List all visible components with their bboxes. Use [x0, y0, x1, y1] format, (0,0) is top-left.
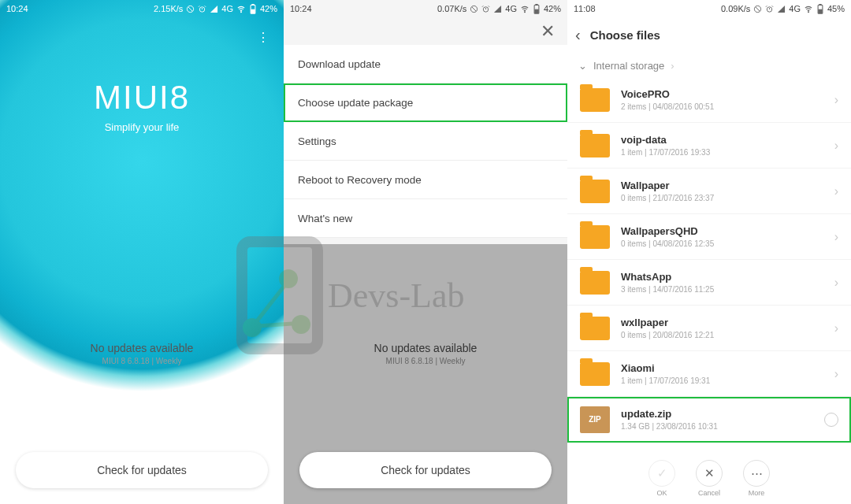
zip-icon: ZIP: [580, 406, 610, 433]
menu-reboot-recovery[interactable]: Reboot to Recovery mode: [284, 161, 567, 199]
svg-line-24: [766, 6, 767, 6]
menu-item-label: What's new: [298, 213, 352, 224]
file-meta: 3 items | 14/07/2016 11:25: [621, 285, 823, 294]
file-picker-header: ‹ Choose files: [567, 17, 851, 52]
menu-list: Download update Choose update package Se…: [284, 45, 567, 238]
svg-point-22: [767, 6, 772, 11]
statusbar: 10:24 0.07K/s 4G 42%: [284, 0, 567, 17]
check-updates-button[interactable]: Check for updates: [299, 452, 552, 488]
menu-item-label: Settings: [298, 135, 336, 147]
clock: 11:08: [574, 4, 596, 13]
chevron-right-icon: ›: [834, 230, 838, 244]
folder-icon: [580, 271, 610, 295]
file-list[interactable]: VoicePRO2 items | 04/08/2016 00:51 › voi…: [567, 77, 851, 449]
file-name: WhatsApp: [621, 271, 823, 283]
file-meta: 0 items | 04/08/2016 12:35: [621, 239, 823, 248]
radio-unselected[interactable]: [824, 413, 838, 427]
check-updates-button[interactable]: Check for updates: [16, 452, 268, 488]
folder-row[interactable]: WhatsApp3 items | 14/07/2016 11:25 ›: [567, 260, 851, 306]
file-meta: 0 items | 21/07/2016 23:37: [621, 194, 823, 202]
svg-point-6: [241, 11, 242, 12]
chevron-right-icon: ›: [834, 139, 838, 153]
svg-rect-8: [252, 4, 254, 5]
folder-row[interactable]: Xiaomi1 item | 17/07/2016 19:31 ›: [567, 351, 851, 397]
menu-topbar: ✕: [284, 17, 567, 45]
action-label: Cancel: [698, 489, 720, 497]
file-name: VoicePRO: [621, 88, 823, 100]
clock: 10:24: [290, 4, 312, 13]
wifi-icon: [236, 5, 246, 13]
battery-icon: [249, 4, 257, 14]
action-label: More: [749, 489, 765, 497]
close-icon: ✕: [696, 460, 723, 487]
svg-line-25: [772, 6, 773, 6]
noupdate-title: No updates available: [284, 342, 567, 354]
svg-rect-18: [536, 4, 537, 5]
ok-button[interactable]: ✓OK: [648, 460, 675, 497]
folder-icon: [580, 134, 610, 158]
updater-menu-screen: 10:24 0.07K/s 4G 42% ✕ Download update C…: [284, 0, 567, 504]
file-meta: 2 items | 04/08/2016 00:51: [621, 102, 823, 111]
clock: 10:24: [6, 4, 28, 13]
menu-item-label: Reboot to Recovery mode: [298, 174, 422, 186]
chevron-right-icon: ›: [834, 93, 838, 107]
statusbar: 11:08 0.09K/s 4G 45%: [567, 0, 851, 17]
cancel-button[interactable]: ✕Cancel: [696, 460, 723, 497]
svg-rect-19: [535, 9, 538, 13]
network-label: 4G: [505, 4, 517, 13]
signal-icon: [493, 5, 502, 13]
dnd-icon: [186, 5, 195, 13]
breadcrumb-label: Internal storage: [593, 60, 664, 72]
battery-percent: 42%: [260, 4, 277, 13]
close-icon[interactable]: ✕: [541, 21, 555, 42]
svg-line-11: [472, 6, 477, 11]
folder-row[interactable]: VoicePRO2 items | 04/08/2016 00:51 ›: [567, 77, 851, 123]
svg-rect-28: [819, 4, 821, 5]
folder-row[interactable]: WallpapersQHD0 items | 04/08/2016 12:35 …: [567, 214, 851, 260]
menu-whats-new[interactable]: What's new: [284, 199, 567, 238]
menu-download-update[interactable]: Download update: [284, 45, 567, 83]
logo-title: MIUI8: [0, 79, 284, 117]
svg-line-15: [489, 6, 489, 6]
more-icon: ⋯: [743, 460, 770, 487]
file-row-update-zip[interactable]: ZIP update.zip1.34 GB | 23/08/2016 10:31: [567, 397, 851, 443]
alarm-icon: [481, 5, 490, 13]
alarm-icon: [765, 5, 774, 13]
update-status: No updates available MIUI 8 6.8.18 | Wee…: [284, 342, 567, 365]
back-icon[interactable]: ‹: [575, 26, 581, 44]
file-name: voip-data: [621, 134, 823, 146]
overflow-menu-icon[interactable]: ⋮: [257, 30, 269, 45]
folder-icon: [580, 225, 610, 249]
menu-item-label: Choose update package: [298, 97, 413, 109]
bottom-actions: ✓OK ✕Cancel ⋯More: [567, 452, 851, 504]
status-icons: 2.15K/s 4G 42%: [154, 4, 277, 14]
folder-row[interactable]: wxllpaper0 items | 20/08/2016 12:21 ›: [567, 306, 851, 351]
noupdate-sub: MIUI 8 6.8.18 | Weekly: [0, 357, 284, 365]
svg-line-1: [188, 6, 193, 11]
folder-row[interactable]: Wallpaper0 items | 21/07/2016 23:37 ›: [567, 169, 851, 214]
folder-icon: [580, 317, 610, 340]
svg-line-14: [482, 6, 483, 6]
wifi-icon: [520, 5, 530, 13]
svg-line-21: [756, 6, 760, 11]
breadcrumb[interactable]: ⌄ Internal storage ›: [567, 52, 851, 79]
more-button[interactable]: ⋯More: [743, 460, 770, 497]
alarm-icon: [198, 5, 206, 13]
action-label: OK: [656, 489, 667, 497]
check-updates-label: Check for updates: [97, 464, 187, 476]
logo-subtitle: Simplify your life: [0, 121, 284, 133]
speed-indicator: 0.07K/s: [437, 4, 466, 13]
menu-choose-update-package[interactable]: Choose update package: [284, 83, 567, 122]
menu-settings[interactable]: Settings: [284, 122, 567, 161]
file-name: Xiaomi: [621, 362, 823, 374]
status-icons: 0.09K/s 4G 45%: [721, 4, 845, 14]
folder-row[interactable]: voip-data1 item | 17/07/2016 19:33 ›: [567, 123, 851, 169]
wifi-icon: [804, 5, 813, 13]
signal-icon: [210, 5, 218, 13]
speed-indicator: 0.09K/s: [721, 4, 750, 13]
chevron-right-icon: ›: [834, 184, 838, 198]
chevron-right-icon: ›: [834, 367, 838, 381]
updater-home-screen: 10:24 2.15K/s 4G 42% ⋮ MIUI8 Simplify yo…: [0, 0, 284, 504]
noupdate-sub: MIUI 8 6.8.18 | Weekly: [284, 357, 567, 365]
chevron-right-icon: ›: [671, 60, 674, 72]
